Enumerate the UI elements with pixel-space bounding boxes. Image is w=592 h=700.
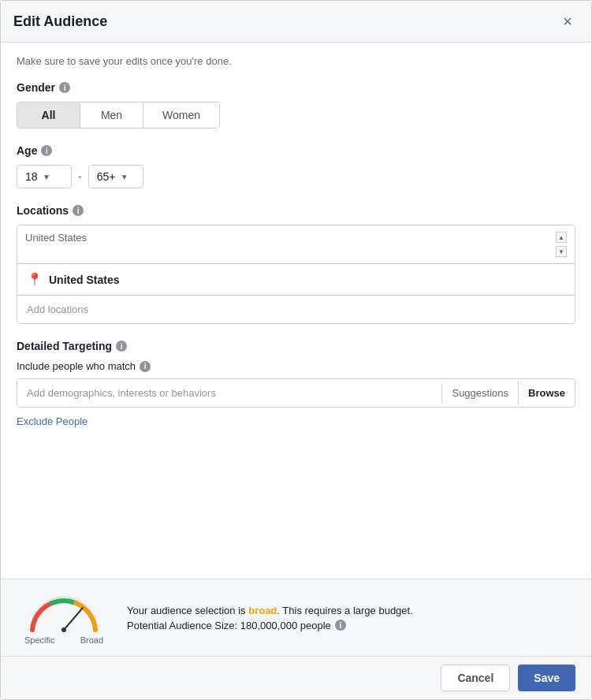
audience-gauge: Specific Broad (17, 590, 111, 645)
targeting-section-label: Detailed Targeting i (17, 340, 575, 352)
audience-info: Your audience selection is broad. This r… (127, 605, 575, 631)
age-section: Age i 18192021 25303540 ▼ - 65+182434 44… (17, 144, 575, 188)
include-label: Include people who match i (17, 360, 575, 372)
modal-body: Make sure to save your edits once you're… (1, 43, 591, 579)
svg-point-1 (61, 627, 66, 632)
add-locations-input[interactable] (17, 295, 575, 323)
age-controls: 18192021 25303540 ▼ - 65+182434 445464 ▼ (17, 165, 575, 188)
status-suffix: . This requires a large budget. (277, 605, 412, 616)
locations-header-text: United States (25, 232, 87, 244)
age-label-text: Age (17, 144, 37, 157)
age-min-arrow: ▼ (43, 173, 50, 181)
include-label-text: Include people who match (17, 360, 136, 372)
gender-button-group: All Men Women (17, 102, 220, 128)
audience-size-text: Potential Audience Size: 180,000,000 peo… (127, 620, 331, 631)
include-info-icon[interactable]: i (140, 361, 151, 372)
cancel-button[interactable]: Cancel (441, 665, 510, 691)
scroll-up-button[interactable]: ▲ (556, 232, 567, 243)
gauge-labels: Specific Broad (24, 635, 103, 645)
age-min-select[interactable]: 18192021 25303540 ▼ (17, 165, 72, 188)
location-name: United States (49, 274, 119, 286)
gauge-svg (24, 590, 103, 634)
age-max-select[interactable]: 65+182434 445464 ▼ (88, 165, 143, 188)
modal-footer: Specific Broad Your audience selection i… (1, 579, 591, 699)
close-button[interactable]: × (557, 10, 579, 32)
targeting-label-text: Detailed Targeting (17, 340, 112, 352)
modal-title: Edit Audience (13, 13, 107, 30)
footer-buttons: Cancel Save (1, 657, 591, 699)
location-item: 📍 United States (17, 264, 575, 295)
gender-info-icon[interactable]: i (59, 82, 70, 93)
locations-label-text: Locations (17, 204, 69, 217)
locations-scrollbar: ▲ ▼ (556, 232, 567, 257)
gender-women-button[interactable]: Women (143, 102, 219, 128)
specific-label: Specific (24, 635, 55, 645)
age-section-label: Age i (17, 144, 575, 157)
age-min-dropdown[interactable]: 18192021 25303540 (25, 170, 38, 183)
locations-box: United States ▲ ▼ 📍 United States (17, 225, 575, 324)
save-button[interactable]: Save (518, 665, 575, 691)
exclude-people-link[interactable]: Exclude People (17, 415, 87, 427)
locations-section: Locations i United States ▲ ▼ 📍 United S… (17, 204, 575, 324)
gender-men-button[interactable]: Men (80, 102, 143, 128)
modal-header: Edit Audience × (1, 1, 591, 43)
gender-all-button[interactable]: All (17, 102, 80, 128)
age-max-dropdown[interactable]: 65+182434 445464 (97, 170, 116, 183)
suggestions-button[interactable]: Suggestions (442, 381, 518, 405)
broad-label: Broad (80, 635, 103, 645)
location-pin-icon: 📍 (27, 272, 43, 287)
targeting-section: Detailed Targeting i Include people who … (17, 340, 575, 428)
notice-text: Make sure to save your edits once you're… (17, 55, 575, 67)
age-max-arrow: ▼ (121, 173, 128, 181)
audience-status: Your audience selection is broad. This r… (127, 605, 575, 616)
audience-size-info-icon[interactable]: i (335, 620, 346, 631)
modal-container: Edit Audience × Make sure to save your e… (0, 0, 592, 700)
scroll-down-button[interactable]: ▼ (556, 246, 567, 257)
targeting-input[interactable] (17, 379, 441, 407)
audience-meter-row: Specific Broad Your audience selection i… (1, 579, 591, 657)
locations-info-icon[interactable]: i (73, 205, 84, 216)
locations-header: United States ▲ ▼ (17, 225, 575, 264)
gender-label-text: Gender (17, 81, 55, 94)
audience-size: Potential Audience Size: 180,000,000 peo… (127, 620, 575, 631)
broad-keyword: broad (248, 605, 277, 616)
svg-line-0 (64, 608, 83, 630)
age-info-icon[interactable]: i (41, 145, 52, 156)
targeting-input-box: Suggestions Browse (17, 378, 575, 408)
status-text: Your audience selection is (127, 605, 246, 616)
locations-section-label: Locations i (17, 204, 575, 217)
gender-section-label: Gender i (17, 81, 575, 94)
age-separator: - (78, 170, 82, 183)
targeting-info-icon[interactable]: i (116, 341, 127, 352)
browse-button[interactable]: Browse (518, 381, 575, 405)
